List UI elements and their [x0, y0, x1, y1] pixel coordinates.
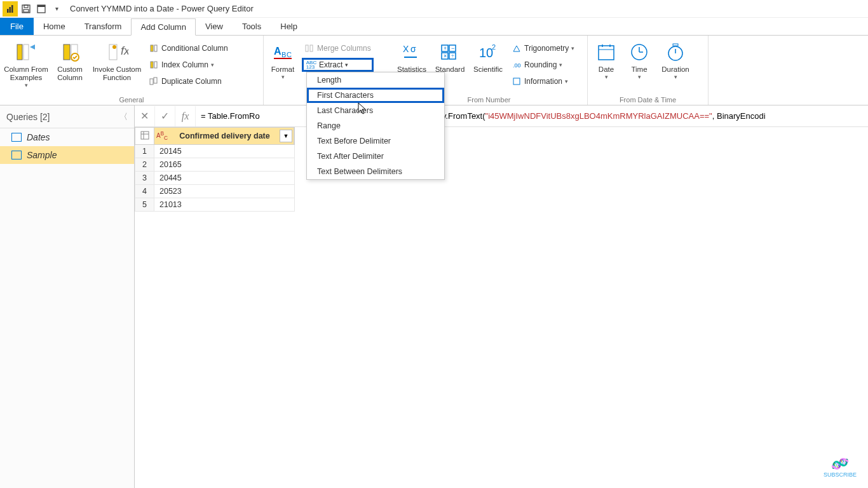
- query-item-dates[interactable]: Dates: [0, 128, 134, 146]
- tab-transform[interactable]: Transform: [75, 18, 132, 35]
- svg-rect-18: [151, 62, 153, 68]
- table-row[interactable]: 420523: [135, 185, 295, 198]
- scientific-button[interactable]: 102 Scientific: [471, 38, 505, 74]
- svg-rect-27: [310, 45, 313, 51]
- conditional-column-button[interactable]: Conditional Column: [146, 41, 231, 55]
- invoke-custom-function-button[interactable]: fx Invoke Custom Function: [92, 38, 142, 82]
- column-filter-button[interactable]: ▼: [280, 130, 292, 142]
- dropdown-item-range[interactable]: Range: [307, 118, 444, 133]
- duplicate-column-button[interactable]: Duplicate Column: [146, 74, 231, 88]
- grid-corner[interactable]: [135, 128, 154, 145]
- svg-rect-19: [154, 62, 157, 68]
- trigonometry-button[interactable]: Trigonometry ▾: [509, 41, 577, 55]
- svg-point-15: [112, 45, 116, 49]
- invoke-custom-function-icon: fx: [105, 41, 128, 64]
- svg-rect-17: [154, 45, 157, 51]
- table-icon: [11, 151, 22, 159]
- format-button[interactable]: ABC Format ▾: [268, 38, 298, 81]
- time-button[interactable]: Time ▾: [625, 38, 654, 81]
- tab-help[interactable]: Help: [271, 18, 307, 35]
- column-header[interactable]: ABC Confirmed delivery date ▼: [154, 128, 295, 145]
- data-type-icon[interactable]: ABC: [154, 130, 170, 141]
- duration-icon: [664, 41, 687, 64]
- index-column-icon: [149, 60, 159, 70]
- svg-rect-9: [24, 44, 29, 60]
- table-row[interactable]: 220165: [135, 158, 295, 172]
- group-general: Column From Examples ▾ Custom Column fx …: [0, 36, 264, 105]
- svg-text:×: ×: [444, 53, 447, 59]
- svg-text:fx: fx: [121, 44, 128, 57]
- column-from-examples-icon: [15, 41, 37, 64]
- information-icon: [512, 76, 522, 86]
- custom-column-icon: [58, 41, 81, 64]
- dropdown-item-last-characters[interactable]: Last Characters: [307, 103, 444, 118]
- table-row[interactable]: 120145: [135, 145, 295, 158]
- dropdown-item-text-between-delimiters[interactable]: Text Between Delimiters: [307, 164, 444, 179]
- dropdown-item-length[interactable]: Length: [307, 72, 444, 88]
- svg-rect-10: [64, 44, 70, 60]
- table-icon: [11, 133, 22, 142]
- qat-dropdown-icon[interactable]: [34, 2, 48, 16]
- svg-text:B: B: [281, 51, 286, 58]
- chevron-down-icon: ▾: [605, 74, 608, 80]
- extract-button[interactable]: ABC123Extract ▾: [302, 58, 374, 72]
- rounding-icon: .00: [512, 60, 522, 70]
- standard-button[interactable]: +−×÷ Standard: [433, 38, 467, 74]
- duration-button[interactable]: Duration ▾: [658, 38, 693, 81]
- group-label-general: General: [4, 95, 259, 105]
- tab-view[interactable]: View: [196, 18, 233, 35]
- rounding-button[interactable]: .00Rounding ▾: [509, 58, 577, 72]
- statistics-icon: Χσ: [400, 41, 423, 64]
- extract-dropdown: Length First Characters Last Characters …: [306, 72, 445, 180]
- query-item-sample[interactable]: Sample: [0, 146, 134, 164]
- group-label-from-datetime: From Date & Time: [592, 95, 704, 105]
- tab-file[interactable]: File: [0, 18, 34, 35]
- table-row[interactable]: 521013: [135, 198, 295, 212]
- cursor-icon: [358, 102, 368, 118]
- dropdown-item-text-after-delimiter[interactable]: Text After Delimiter: [307, 149, 444, 164]
- save-icon[interactable]: [19, 2, 33, 16]
- column-from-examples-button[interactable]: Column From Examples ▾: [4, 38, 48, 89]
- svg-text:.00: .00: [513, 62, 521, 69]
- formula-fx-button[interactable]: fx: [175, 106, 196, 126]
- watermark: 🧬 SUBSCRIBE: [824, 456, 857, 478]
- custom-column-button[interactable]: Custom Column: [52, 38, 88, 82]
- svg-text:−: −: [451, 45, 454, 51]
- collapse-queries-button[interactable]: 〈: [119, 111, 128, 123]
- window-title: Convert YYMMD into a Date - Power Query …: [70, 4, 254, 13]
- app-icon: [3, 1, 18, 17]
- tab-home[interactable]: Home: [34, 18, 75, 35]
- table-row[interactable]: 320445: [135, 172, 295, 185]
- group-from-datetime: Date ▾ Time ▾ Duration ▾ From Date & Tim…: [588, 36, 709, 105]
- index-column-button[interactable]: Index Column ▾: [146, 58, 231, 72]
- chevron-down-icon: ▾: [25, 82, 28, 88]
- conditional-column-icon: [149, 43, 159, 53]
- formula-text[interactable]: = Table.FromRompress(Binary.FromText("i4…: [196, 111, 868, 121]
- svg-text:÷: ÷: [451, 53, 454, 59]
- svg-rect-52: [673, 44, 678, 46]
- time-icon: [628, 41, 651, 64]
- svg-rect-20: [150, 79, 153, 85]
- svg-rect-42: [513, 78, 520, 85]
- merge-columns-button[interactable]: Merge Columns: [302, 41, 374, 55]
- formula-cancel-button[interactable]: ✕: [135, 106, 155, 126]
- tab-tools[interactable]: Tools: [233, 18, 271, 35]
- svg-text:+: +: [444, 45, 447, 51]
- tab-add-column[interactable]: Add Column: [131, 18, 196, 36]
- svg-rect-16: [151, 45, 153, 51]
- svg-text:σ: σ: [410, 44, 416, 54]
- chevron-down-icon: ▾: [674, 74, 677, 80]
- date-button[interactable]: Date ▾: [592, 38, 621, 81]
- dropdown-item-text-before-delimiter[interactable]: Text Before Delimiter: [307, 133, 444, 149]
- information-button[interactable]: Information ▾: [509, 74, 577, 88]
- scientific-icon: 102: [477, 41, 499, 64]
- svg-text:10: 10: [479, 46, 493, 60]
- svg-rect-0: [7, 9, 9, 13]
- dropdown-item-first-characters[interactable]: First Characters: [307, 88, 444, 103]
- formula-bar: ✕ ✓ fx = Table.FromRompress(Binary.FromT…: [135, 105, 868, 127]
- qat-more-icon[interactable]: ▾: [50, 2, 64, 16]
- statistics-button[interactable]: Χσ Statistics: [395, 38, 429, 74]
- duplicate-column-icon: [149, 76, 159, 86]
- formula-accept-button[interactable]: ✓: [155, 106, 175, 126]
- queries-panel: Queries [2] 〈 Dates Sample: [0, 105, 135, 488]
